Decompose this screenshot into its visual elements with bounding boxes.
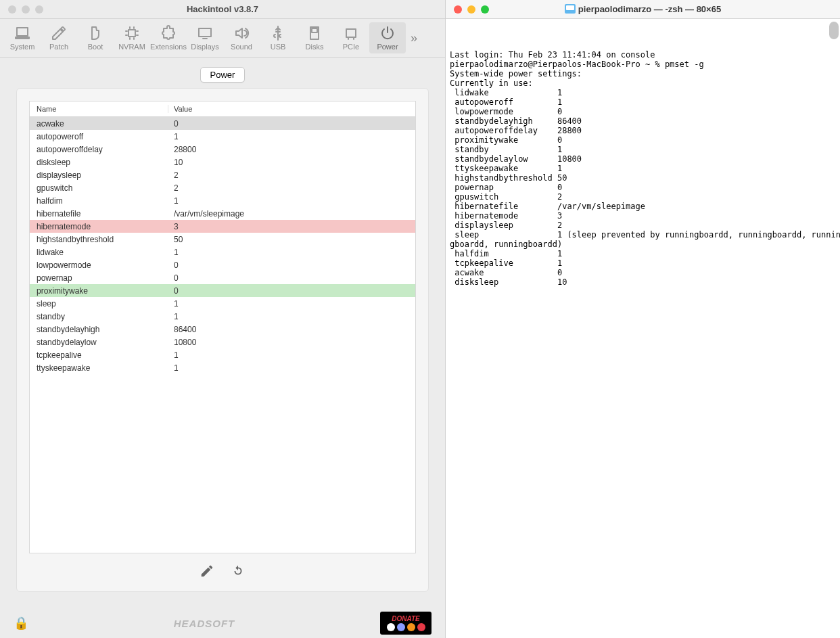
toolbar-pcie[interactable]: PCIe [333,22,369,53]
cell-name: autopoweroff [30,132,168,141]
minimize-icon[interactable] [467,5,475,14]
refresh-button[interactable] [230,563,246,579]
lock-icon[interactable]: 🔒 [14,616,28,631]
speaker-icon [233,25,250,41]
donate-button[interactable]: DONATE [380,612,431,635]
cell-name: standbydelaylow [30,338,168,347]
terminal-title: pierpaolodimarzo — -zsh — 80×65 [446,4,840,14]
cell-name: highstandbythreshold [30,235,168,244]
cell-name: sleep [30,299,168,309]
hackintool-window: Hackintool v3.8.7 SystemPatchBootNVRAMEx… [0,0,445,638]
cell-value: 2 [168,183,415,193]
cell-value: 86400 [168,325,415,334]
toolbar-displays[interactable]: Displays [187,22,223,53]
puzzle-icon [160,25,177,41]
table-row[interactable]: standbydelaylow10800 [30,336,415,348]
table-row[interactable]: autopoweroff1 [30,130,415,143]
toolbar-usb[interactable]: USB [260,22,296,53]
table-row[interactable]: standbydelayhigh86400 [30,323,415,336]
cell-value: 1 [168,196,415,206]
toolbar-sound[interactable]: Sound [223,22,260,53]
toolbar-nvram[interactable]: NVRAM [114,22,150,53]
zoom-icon[interactable] [481,5,489,14]
tab-power[interactable]: Power [200,67,246,83]
toolbar-label: Displays [191,43,219,51]
toolbar-system[interactable]: System [4,22,41,53]
hackintool-titlebar[interactable]: Hackintool v3.8.7 [0,0,445,19]
toolbar-label: Sound [231,43,252,51]
cell-value: 1 [168,132,415,141]
toolbar-label: Power [377,43,398,51]
table-row[interactable]: autopoweroffdelay28800 [30,143,415,156]
toolbar-power[interactable]: Power [369,22,406,53]
table-row[interactable]: tcpkeepalive1 [30,348,415,361]
hackintool-footer: 🔒 HEADSOFT DONATE [0,608,445,638]
cell-value: 3 [168,222,415,231]
cell-name: ttyskeepawake [30,363,168,373]
table-row[interactable]: highstandbythreshold50 [30,233,415,246]
donate-coins [387,623,425,631]
pci-icon [343,25,359,41]
power-icon [379,25,396,41]
terminal-content[interactable]: Last login: Thu Feb 23 11:41:04 on conso… [446,19,840,638]
close-icon[interactable] [8,5,16,14]
table-row[interactable]: displaysleep2 [30,168,415,181]
minimize-icon[interactable] [22,5,30,14]
donate-label: DONATE [392,615,419,622]
header-name[interactable]: Name [30,105,168,113]
power-tab-bar: Power [0,58,445,88]
cell-name: lidwake [30,248,168,257]
table-row[interactable]: hibernatemode3 [30,220,415,233]
monitor-icon [14,25,30,41]
pencil-icon [51,25,67,41]
table-row[interactable]: hibernatefile/var/vm/sleepimage [30,207,415,220]
toolbar-extensions[interactable]: Extensions [150,22,187,53]
toolbar-patch[interactable]: Patch [41,22,77,53]
table-row[interactable]: ttyskeepawake1 [30,361,415,374]
cell-name: powernap [30,273,168,283]
toolbar-overflow[interactable]: » [406,31,422,45]
zoom-icon[interactable] [35,5,43,14]
traffic-lights-inactive[interactable] [0,5,43,14]
header-value[interactable]: Value [168,105,415,113]
traffic-lights-active[interactable] [446,5,489,14]
cell-name: hibernatemode [30,222,168,231]
cell-name: hibernatefile [30,209,168,219]
table-row[interactable]: disksleep10 [30,156,415,168]
display-icon [197,25,213,41]
toolbar-boot[interactable]: Boot [77,22,114,53]
table-row[interactable]: sleep1 [30,297,415,310]
table-row[interactable]: gpuswitch2 [30,181,415,194]
toolbar-label: NVRAM [118,43,145,51]
table-row[interactable]: halfdim1 [30,194,415,207]
table-body[interactable]: acwake0autopoweroff1autopoweroffdelay288… [30,117,415,553]
chip-icon [124,25,140,41]
cell-name: tcpkeepalive [30,350,168,360]
table-row[interactable]: lowpowermode0 [30,258,415,271]
close-icon[interactable] [454,5,462,14]
cell-value: 0 [168,273,415,283]
cell-name: standby [30,312,168,321]
cell-value: 2 [168,170,415,180]
cell-value: 1 [168,248,415,257]
table-row[interactable]: standby1 [30,310,415,323]
monero-icon [417,623,425,631]
cell-name: gpuswitch [30,183,168,193]
toolbar-disks[interactable]: Disks [296,22,333,53]
toolbar-label: Boot [88,43,103,51]
table-row[interactable]: acwake0 [30,117,415,130]
power-content-panel: Name Value acwake0autopoweroff1autopower… [16,88,429,592]
cell-name: disksleep [30,158,168,167]
cell-value: 1 [168,350,415,360]
cell-name: halfdim [30,196,168,206]
toolbar-label: Extensions [150,43,187,51]
ethereum-icon [397,623,405,631]
bitcoin-icon [407,623,415,631]
table-row[interactable]: powernap0 [30,271,415,284]
table-row[interactable]: lidwake1 [30,246,415,258]
terminal-titlebar[interactable]: pierpaolodimarzo — -zsh — 80×65 [446,0,840,19]
edit-button[interactable] [199,563,215,579]
table-row[interactable]: proximitywake0 [30,284,415,297]
scrollbar-thumb[interactable] [829,22,839,39]
terminal-window: pierpaolodimarzo — -zsh — 80×65 Last log… [445,0,840,638]
